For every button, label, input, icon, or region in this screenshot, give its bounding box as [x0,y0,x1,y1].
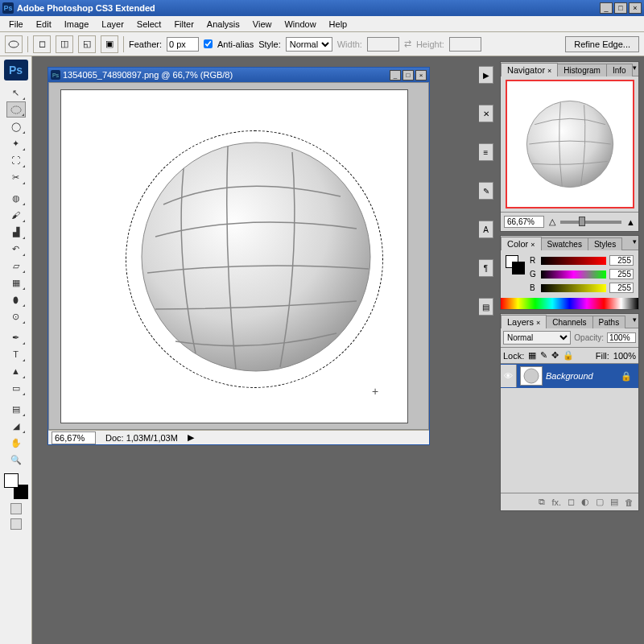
navigator-preview[interactable] [506,80,634,208]
zoom-field[interactable]: 66,67% [52,431,96,444]
zoom-slider[interactable] [560,221,621,224]
menu-select[interactable]: Select [131,18,167,31]
menu-analysis[interactable]: Analysis [201,18,246,31]
selection-intersect-icon[interactable]: ▣ [101,35,118,53]
layer-mask-icon[interactable]: ◻ [568,497,575,507]
lock-paint-icon[interactable]: ✎ [540,350,547,361]
wand-tool[interactable]: ✦ [6,135,26,151]
marquee-tool[interactable] [6,101,26,118]
new-layer-icon[interactable]: ▤ [610,497,618,507]
type-tool[interactable]: T [6,346,26,362]
navigator-zoom-field[interactable]: 66,67% [504,216,544,228]
doc-minimize-button[interactable]: _ [390,70,401,80]
maximize-button[interactable]: □ [614,2,627,14]
tab-color[interactable]: Color× [501,237,542,250]
panel-menu-icon[interactable]: ▾ [633,316,637,324]
lock-position-icon[interactable]: ✥ [551,350,559,361]
menu-help[interactable]: Help [324,18,353,31]
hand-tool[interactable]: ✋ [6,435,26,451]
layer-name[interactable]: Background [546,371,593,381]
menu-window[interactable]: Window [279,18,321,31]
visibility-toggle-icon[interactable]: 👁 [501,365,517,387]
tab-navigator[interactable]: Navigator× [501,63,558,76]
g-value[interactable]: 255 [609,269,634,279]
tab-channels[interactable]: Channels [546,316,592,328]
dodge-tool[interactable]: ⊙ [6,308,26,324]
dock-arrow-icon[interactable]: ▶ [479,66,493,84]
selection-new-icon[interactable]: ◻ [33,35,51,53]
quickmask-toggle[interactable] [10,503,22,514]
zoom-out-icon[interactable]: △ [549,217,555,227]
style-select[interactable]: Normal [286,37,332,52]
tab-info[interactable]: Info [606,64,633,76]
layer-thumbnail[interactable] [520,366,543,386]
g-slider[interactable] [541,270,606,279]
panel-menu-icon[interactable]: ▾ [633,237,637,246]
selection-add-icon[interactable]: ◫ [56,35,73,53]
group-icon[interactable]: ▢ [596,497,604,507]
selection-subtract-icon[interactable]: ◱ [78,35,96,53]
tab-histogram[interactable]: Histogram [557,64,607,76]
tab-swatches[interactable]: Swatches [541,237,588,250]
menu-view[interactable]: View [247,18,278,31]
tab-layers[interactable]: Layers× [501,315,547,328]
refine-edge-button[interactable]: Refine Edge... [565,36,639,52]
menu-image[interactable]: Image [59,18,95,31]
zoom-tool[interactable]: 🔍 [6,452,26,468]
stamp-tool[interactable]: ▟ [6,224,26,240]
menu-file[interactable]: File [3,18,29,31]
crop-tool[interactable]: ⛶ [6,152,26,168]
foreground-swatch[interactable] [4,473,19,488]
delete-layer-icon[interactable]: 🗑 [625,497,634,507]
canvas[interactable]: + [60,89,408,423]
eraser-tool[interactable]: ▱ [6,258,26,274]
layer-style-icon[interactable]: fx. [551,497,561,507]
layer-row-background[interactable]: 👁 Background 🔒 [501,364,638,388]
dock-layers-icon[interactable]: ▤ [479,298,493,316]
history-brush-tool[interactable]: ↶ [6,241,26,257]
slice-tool[interactable]: ✂ [6,169,26,185]
tool-preset-icon[interactable] [5,35,23,53]
adjustment-layer-icon[interactable]: ◐ [581,497,589,507]
pen-tool[interactable]: ✒ [6,329,26,345]
menu-layer[interactable]: Layer [96,18,130,31]
r-slider[interactable] [541,257,606,265]
blur-tool[interactable]: ⬮ [6,291,26,308]
antialias-checkbox[interactable] [204,39,213,48]
dock-char-icon[interactable]: ≡ [479,143,493,161]
doc-maximize-button[interactable]: □ [402,70,414,80]
panel-menu-icon[interactable]: ▾ [633,64,637,72]
doc-close-button[interactable]: × [415,70,427,80]
menu-edit[interactable]: Edit [31,18,57,31]
lock-pixels-icon[interactable]: ▦ [528,350,536,361]
dock-tools-icon[interactable]: ✕ [479,105,493,122]
opacity-field[interactable]: 100% [607,332,636,343]
dock-para-icon[interactable]: ¶ [479,259,493,277]
notes-tool[interactable]: ▤ [6,401,26,417]
shape-tool[interactable]: ▭ [6,380,26,396]
zoom-in-icon[interactable]: ▲ [626,217,635,227]
lasso-tool[interactable]: ◯ [6,118,26,134]
feather-input[interactable] [167,37,199,52]
status-arrow-icon[interactable]: ▶ [188,432,194,443]
link-layers-icon[interactable]: ⧉ [539,497,545,507]
r-value[interactable]: 255 [609,255,634,266]
move-tool[interactable]: ↖ [6,85,26,101]
menu-filter[interactable]: Filter [168,18,199,31]
minimize-button[interactable]: _ [600,2,613,14]
b-slider[interactable] [541,284,606,292]
color-swatches[interactable] [4,473,28,499]
color-spectrum[interactable] [501,298,638,309]
brush-tool[interactable]: 🖌 [6,207,26,223]
color-swatch-pair[interactable] [506,255,525,275]
heal-tool[interactable]: ◍ [6,190,26,206]
b-value[interactable]: 255 [609,283,634,293]
tab-paths[interactable]: Paths [592,316,626,328]
blend-mode-select[interactable]: Normal [503,331,571,345]
document-titlebar[interactable]: Ps1354065_74890897.png @ 66,7% (RGB/8) _… [48,68,429,82]
path-select-tool[interactable]: ▲ [6,363,26,379]
screenmode-toggle[interactable] [10,518,22,530]
eyedropper-tool[interactable]: ◢ [6,418,26,434]
fill-field[interactable]: 100% [613,351,636,361]
dock-text-icon[interactable]: A [479,221,493,238]
